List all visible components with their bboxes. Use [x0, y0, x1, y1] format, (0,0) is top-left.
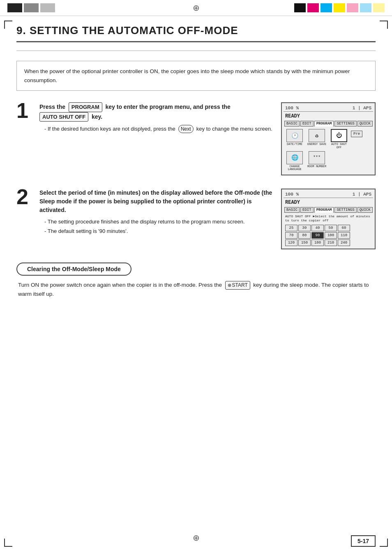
step-2-bullet-1: The setting procedure finishes and the d…: [39, 218, 274, 226]
color-block-right-magenta: [307, 3, 319, 12]
screen-2-tab-quick: QUICK: [357, 207, 373, 213]
screen-cell-100: 100: [325, 232, 337, 239]
screen-2-row-1: 25 30 40 50 60: [285, 225, 371, 231]
screen-1-icons: 🕐 DATE/TIME ♻ ENERGY SAVE ⏻ AUTO SHUT OF…: [284, 127, 373, 173]
screen-cell-120: 120: [285, 240, 297, 246]
screen-mockup-1: 100 % 1 | APS READY BASIC EDIT PROGRAM S…: [281, 102, 376, 175]
screen-2-header: 100 % 1 | APS: [284, 191, 373, 198]
screen-cell-110: 110: [338, 232, 350, 239]
screen-icon-autoshutoff-label: AUTO SHUT OFF: [329, 143, 349, 149]
step-2-content: Select the period of time (in minutes) o…: [39, 189, 274, 235]
screen-cell-180: 180: [311, 240, 324, 246]
screen-2-body-text: AUTO SHUT OFF ►Select the amount of minu…: [284, 214, 373, 224]
color-block-right-ltyellow: [373, 3, 385, 12]
screen-icon-datetime-label: DATE/TIME: [287, 143, 302, 146]
auto-shut-off-key: AUTO SHUT OFF: [39, 112, 88, 122]
step-1-title-before: Press the: [39, 104, 65, 110]
step-1-bullet-text: If the desired function keys are not dis…: [48, 126, 175, 132]
color-block-gray: [24, 3, 39, 12]
intro-box: When the power of the optional printer c…: [16, 61, 376, 91]
screen-icon-autoshutoff: ⏻ AUTO SHUT OFF: [329, 129, 349, 149]
screen-pre-box: Pre: [351, 129, 371, 149]
step-2-title: Select the period of time (in minutes) o…: [39, 189, 274, 214]
step-1-bullet: If the desired function keys are not dis…: [39, 125, 274, 133]
screen-icon-datetime-box: 🕐: [286, 129, 303, 142]
step-1-title: Press the PROGRAM key to enter the progr…: [39, 102, 274, 122]
bottom-crosshair: ⊕: [193, 533, 200, 543]
screen-icon-roomnumber-box: ***: [309, 151, 325, 164]
page-corner-bottom-right: [380, 539, 388, 547]
screen-cell-80: 80: [298, 232, 311, 239]
screen-cell-240: 240: [338, 240, 350, 246]
page-number: 5-17: [351, 535, 376, 547]
step-1-title-after: key.: [92, 113, 102, 120]
screen-cell-30: 30: [298, 225, 311, 231]
screen-icon-autoshutoff-box: ⏻: [331, 129, 347, 142]
screen-1-copies: 1 | APS: [353, 106, 371, 111]
color-block-right-cyan: [321, 3, 332, 12]
chapter-title: 9. SETTING THE AUTOMATIC OFF-MODE: [16, 24, 376, 42]
screen-icon-energysave-box: ♻: [309, 129, 325, 142]
screen-2-tab-edit: EDIT: [300, 207, 314, 213]
screen-icon-language: 🌐 CHANGE LANGUAGE: [284, 151, 305, 171]
screen-2-row-2: 70 80 90 100 110: [285, 232, 371, 239]
screen-cell-40: 40: [311, 225, 324, 231]
screen-2-grid: 25 30 40 50 60 70 80 90 100: [284, 224, 373, 247]
step-2-bullet-2: The default setting is '90 minutes'.: [39, 227, 274, 235]
top-crosshair: ⊕: [193, 3, 200, 13]
clearing-title-bar: Clearing the Off-Mode/Sleep Mode: [16, 263, 131, 276]
step-2-number: 2: [16, 186, 32, 249]
screen-tab-basic: BASIC: [284, 121, 300, 127]
clearing-text-1: Turn ON the power switch once again when…: [18, 282, 222, 288]
step-2-screen: 100 % 1 | APS READY BASIC EDIT PROGRAM S…: [281, 189, 376, 249]
screen-1-status: READY: [284, 113, 373, 120]
clearing-text: Turn ON the power switch once again when…: [16, 281, 376, 299]
screen-2-percent: 100 %: [285, 192, 299, 197]
screen-1-tabs: BASIC EDIT PROGRAM SETTINGS QUICK: [284, 121, 373, 127]
screen-tab-settings: SETTINGS: [334, 121, 356, 127]
color-block-black: [7, 3, 22, 12]
main-content: 9. SETTING THE AUTOMATIC OFF-MODE When t…: [0, 16, 392, 315]
title-separator: [16, 51, 376, 51]
color-block-right-ltcyan: [360, 3, 371, 12]
top-bar-right-blocks: [294, 3, 385, 12]
screen-1-percent: 100 %: [285, 106, 299, 111]
screen-2-tab-program: PROGRAM: [314, 207, 334, 213]
screen-2-status: READY: [284, 199, 373, 206]
screen-cell-150: 150: [298, 240, 311, 246]
screen-1-header: 100 % 1 | APS: [284, 105, 373, 112]
screen-mockup-2: 100 % 1 | APS READY BASIC EDIT PROGRAM S…: [281, 189, 376, 249]
next-key: Next: [178, 125, 194, 133]
screen-2-tab-settings: SETTINGS: [334, 207, 356, 213]
step-1-title-middle: key to enter the program menu, and press…: [106, 104, 231, 110]
screen-cell-50: 50: [325, 225, 337, 231]
screen-cell-210: 210: [325, 240, 337, 246]
screen-cell-60: 60: [338, 225, 350, 231]
screen-tab-edit: EDIT: [300, 121, 314, 127]
pre-box-label: Pre: [351, 131, 362, 137]
color-block-light: [40, 3, 55, 12]
screen-2-copies: 1 | APS: [353, 192, 371, 197]
step-1: 1 Press the PROGRAM key to enter the pro…: [16, 102, 376, 175]
step-1-screen: 100 % 1 | APS READY BASIC EDIT PROGRAM S…: [281, 102, 376, 175]
step-2: 2 Select the period of time (in minutes)…: [16, 189, 376, 249]
screen-icon-energysave-label: ENERGY SAVE: [307, 143, 326, 146]
top-bar: ⊕: [0, 0, 392, 16]
bottom-bar: 5-17: [351, 535, 376, 547]
color-block-right-yellow: [334, 3, 345, 12]
screen-icon-roomnumber: *** ROOM NUMBER: [307, 151, 327, 171]
screen-cell-70: 70: [285, 232, 297, 239]
step-1-content: Press the PROGRAM key to enter the progr…: [39, 102, 274, 133]
step-2-area: Select the period of time (in minutes) o…: [39, 189, 376, 249]
screen-icon-roomnumber-label: ROOM NUMBER: [307, 165, 326, 168]
screen-icon-language-box: 🌐: [286, 151, 303, 164]
step-1-bullet-end: key to change the menu screen.: [196, 126, 272, 132]
screen-tab-program: PROGRAM: [314, 121, 334, 127]
start-key: START: [225, 281, 250, 290]
step-1-area: Press the PROGRAM key to enter the progr…: [39, 102, 376, 175]
screen-2-row-3: 120 150 180 210 240: [285, 240, 371, 246]
color-block-right-pink: [347, 3, 358, 12]
clearing-section: Clearing the Off-Mode/Sleep Mode Turn ON…: [16, 263, 376, 299]
page-corner-bottom-left: [4, 539, 12, 547]
step-1-number: 1: [16, 100, 32, 175]
